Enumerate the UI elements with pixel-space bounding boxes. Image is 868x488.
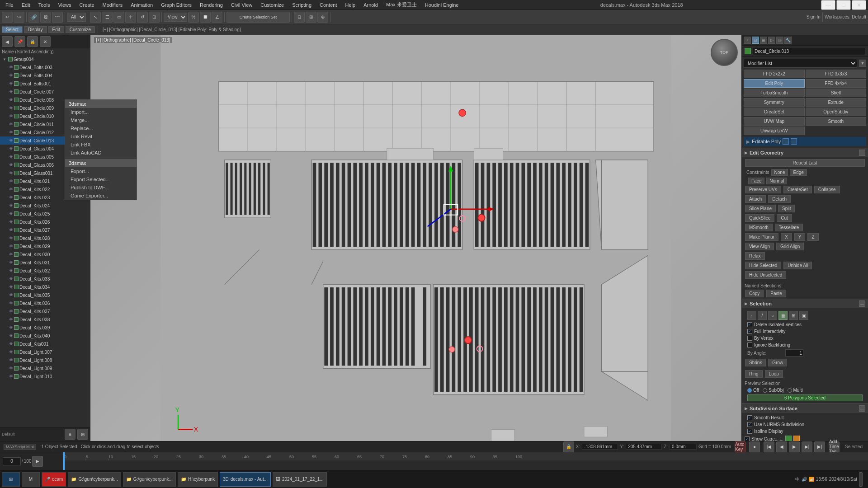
list-item[interactable]: 👁 Decal_Kits.032 [0,267,90,275]
list-item[interactable]: 👁 Decal_Kits.038 [0,315,90,324]
undo-button[interactable]: ↩ [2,12,13,23]
viewport[interactable]: X Y TOP [+] [Orthographic] [Decal_Circle… [90,35,741,441]
maxscript-btn[interactable]: M [22,472,40,487]
display-mode-button[interactable]: Display [24,26,47,33]
symmetry-btn[interactable]: Symmetry [744,98,805,107]
select-object-button[interactable]: ↖ [90,12,101,23]
object-color-swatch[interactable] [745,48,751,54]
create-set-btn[interactable]: CreateSet [744,108,805,116]
unhide-all-btn[interactable]: Unhide All [783,262,812,269]
list-item[interactable]: 👁 Decal_Light.008 [0,356,90,364]
preview-subobj-radio[interactable]: SubObj [763,388,783,393]
poly-select-icon[interactable]: ▦ [778,311,788,320]
list-item[interactable]: 👁 Decal_Kits.025 [0,210,90,218]
nav-sphere[interactable]: TOP [711,39,738,66]
isoline-checkbox[interactable] [747,429,752,434]
z-btn[interactable]: Z [807,233,818,241]
close-button[interactable]: ✕ [852,0,866,10]
tray-network[interactable]: 📶 [809,477,814,482]
create-btn[interactable]: CreateSet [783,186,812,193]
navigation-cube[interactable]: TOP [711,39,738,66]
tree-group[interactable]: ▼ Group004 [0,55,90,63]
current-frame-input[interactable] [3,457,21,465]
play-btn[interactable]: ▶ [789,441,800,452]
list-item[interactable]: 👁 Decal_Light.009 [0,364,90,372]
paste-selection-btn[interactable]: Paste [766,290,786,297]
ctx-import[interactable]: Import... [65,108,90,116]
select-move-button[interactable]: ✛ [125,12,136,23]
full-interactivity-checkbox[interactable] [747,329,752,334]
collapse-btn[interactable]: Collapse [814,186,840,193]
select-link-button[interactable]: 🔗 [28,12,39,23]
modifier-options-btn[interactable]: ▼ [859,60,866,67]
rp-motion-icon[interactable]: ▷ [768,37,775,44]
constraint-normal-btn[interactable]: Normal [766,178,787,184]
modifier-list-dropdown[interactable]: Modifier List [744,59,857,68]
timeline-track[interactable]: 0 5 10 15 20 25 30 35 40 45 50 55 60 [63,452,868,470]
panel-close[interactable]: ✕ [40,36,51,47]
list-item[interactable]: 👁 Decal_Light.010 [0,372,90,380]
shell-btn[interactable]: Shell [806,89,867,97]
y-btn[interactable]: Y [794,233,806,241]
app-explorer-3[interactable]: 📁 H:\cyberpunk [178,472,218,487]
view-align-btn[interactable]: View Align [745,243,774,250]
smooth-btn[interactable]: Smooth [806,117,867,126]
menu-edit[interactable]: Edit [18,1,34,9]
quick-slice-btn[interactable]: QuickSlice [745,214,774,222]
list-item[interactable]: 👁 Decal_Kits.029 [0,242,90,250]
delete-isolated-checkbox[interactable] [747,322,752,327]
prev-frame-btn[interactable]: ◀ [776,441,787,452]
scale-button[interactable]: ⊡ [149,12,160,23]
ffd-2x2x2-btn[interactable]: FFD 2x2x2 [744,70,805,78]
icon-view-btn[interactable]: ⊞ [77,429,88,440]
menu-civil-view[interactable]: Civil View [227,1,256,9]
constraint-face-btn[interactable]: Face [748,178,764,184]
ctx-merge[interactable]: Merge... [65,116,90,124]
menu-customize[interactable]: Customize [257,1,288,9]
border-select-icon[interactable]: ○ [768,311,777,320]
list-item[interactable]: 👁 Decal_Kits.037 [0,307,90,315]
list-item[interactable]: 👁 Decal_Kits.024 [0,202,90,210]
filter-dropdown[interactable]: All [67,13,86,22]
rp-utilities-icon[interactable]: 🔧 [784,37,792,44]
by-vertex-checkbox[interactable] [747,336,752,341]
sign-in-label[interactable]: Sign In [807,14,821,19]
loop-btn[interactable]: Loop [765,370,783,378]
edit-geometry-section[interactable]: ▶ Edit Geometry [742,148,868,157]
copy-selection-btn[interactable]: Copy [745,290,764,297]
list-item[interactable]: 👁 Decal_Bolts.003 [0,63,90,71]
ctx-publish-dwf[interactable]: Publish to DWF... [65,183,90,192]
subdivision-section[interactable]: ▶ Subdivision Surface — [742,404,868,413]
list-item[interactable]: 👁 Decal_Kits001 [0,340,90,348]
edge-select-icon[interactable]: / [758,311,767,320]
cage-color-2[interactable] [793,436,800,441]
rotate-button[interactable]: ↺ [137,12,148,23]
split-btn[interactable]: Split [778,205,795,212]
preserve-uvs-btn[interactable]: Preserve UVs [745,186,781,193]
angle-snap-button[interactable]: ∠ [212,12,222,23]
panel-lock[interactable]: 🔒 [27,36,38,47]
detach-btn[interactable]: Detach [768,195,791,203]
start-button[interactable]: ⊞ [2,472,20,487]
use-nurms-checkbox[interactable] [747,422,752,427]
mirror-button[interactable]: ⊟ [294,12,305,23]
ctx-link-autocad[interactable]: Link AutoCAD [65,149,90,157]
menu-views[interactable]: Views [54,1,75,9]
open-subdiv-btn[interactable]: OpenSubdiv [806,108,867,116]
ignore-backfacing-checkbox[interactable] [747,343,752,347]
align-button[interactable]: ⊜ [317,12,328,23]
panel-toggle[interactable]: ◀ [2,36,13,47]
next-frame-btn[interactable]: ▶| [802,441,812,452]
list-item[interactable]: 👁 Decal_Kits.027 [0,226,90,234]
slice-plane-btn[interactable]: Slice Plane [745,205,776,212]
select-mode-button[interactable]: Select [2,26,23,33]
menu-content[interactable]: Content [316,1,341,9]
menu-graph-editors[interactable]: Graph Editors [157,1,195,9]
menu-modifiers[interactable]: Modifiers [99,1,127,9]
turbo-smooth-btn[interactable]: TurboSmooth [744,89,805,97]
hide-selected-btn[interactable]: Hide Selected [745,262,781,269]
app-explorer-1[interactable]: 📁 G:\gun\cyberpunk... [68,472,121,487]
hide-unselected-btn[interactable]: Hide Unselected [745,271,786,279]
eg-collapse-btn[interactable] [859,150,865,156]
list-item[interactable]: 👁 Decal_Light.007 [0,348,90,356]
